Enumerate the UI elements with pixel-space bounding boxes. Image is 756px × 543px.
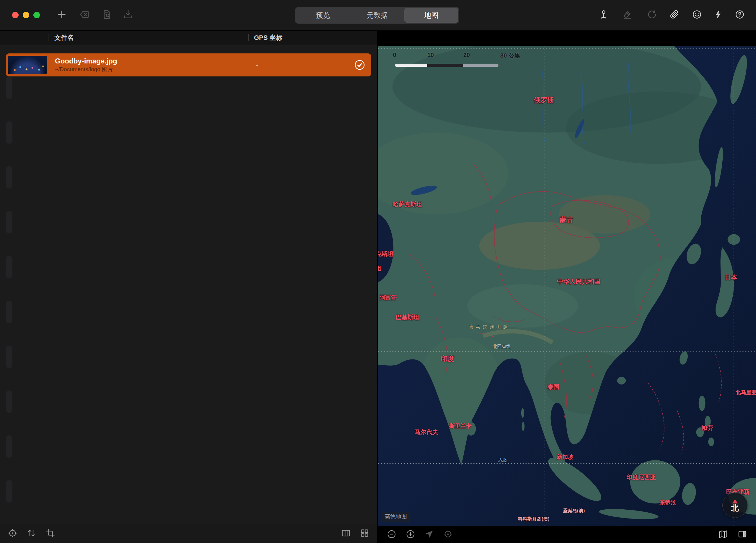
- list-row-empty: [6, 435, 12, 458]
- close-button[interactable]: [12, 12, 19, 18]
- map-label: 赤道: [498, 457, 507, 463]
- list-row-empty: [6, 301, 12, 323]
- view-tabs: 预览 元数据 地图: [295, 7, 459, 24]
- minimize-button[interactable]: [23, 12, 29, 18]
- list-row-empty: [6, 503, 371, 524]
- map-label: 中华人民共和国: [557, 277, 600, 286]
- globe-target-button[interactable]: [441, 528, 454, 541]
- map-label: 印度尼西亚: [626, 473, 656, 481]
- navigate-button[interactable]: [423, 528, 436, 541]
- map-label: 印度: [441, 354, 454, 363]
- column-separator: [375, 34, 375, 41]
- paperclip-icon: [669, 9, 680, 21]
- crop-icon: [45, 528, 55, 539]
- list-header: 文件名 GPS 坐标: [0, 30, 377, 45]
- undo-history-button[interactable]: [645, 8, 659, 22]
- map-icon: [718, 529, 728, 540]
- compass-button[interactable]: 北: [722, 493, 748, 518]
- scale-tick: 30 公里: [500, 52, 520, 60]
- columns-view-button[interactable]: [339, 527, 352, 540]
- eraser-button[interactable]: [620, 8, 634, 22]
- import-button[interactable]: [121, 8, 135, 22]
- column-header-gps[interactable]: GPS 坐标: [254, 30, 283, 45]
- map-label: 哈萨克斯坦: [393, 201, 422, 208]
- list-row-empty: [6, 368, 371, 390]
- backspace-delete-icon: [79, 9, 90, 21]
- file-list-panel: 文件名 GPS 坐标 Goodby-image.jpg ~/Documents/…: [0, 30, 377, 543]
- sort-button[interactable]: [25, 527, 38, 540]
- map-style-button[interactable]: [717, 528, 730, 541]
- map[interactable]: 俄罗斯哈萨克斯坦蒙古乌兹别克斯坦吉尔吉斯斯坦中华人民共和国日本阿富汗巴基斯坦喜马…: [378, 46, 756, 526]
- grid-view-button[interactable]: [358, 527, 371, 540]
- row-spacer: [0, 45, 377, 53]
- zoom-out-button[interactable]: [385, 528, 398, 541]
- map-panel: 俄罗斯哈萨克斯坦蒙古乌兹别克斯坦吉尔吉斯斯坦中华人民共和国日本阿富汗巴基斯坦喜马…: [378, 30, 756, 543]
- help-icon: [734, 9, 745, 21]
- list-row-empty: [6, 76, 12, 99]
- selected-check-icon[interactable]: [354, 59, 365, 71]
- map-label: 东帝汶: [659, 499, 676, 506]
- scale-bar: [395, 64, 498, 67]
- quick-action-button[interactable]: [711, 8, 726, 22]
- location-pin-button[interactable]: [597, 8, 611, 22]
- tab-map-label: 地图: [424, 11, 438, 20]
- document-inspect-icon: [101, 9, 112, 21]
- panel-toggle-button[interactable]: [736, 528, 749, 541]
- undo-history-icon: [647, 9, 657, 21]
- map-label: 俄罗斯: [534, 95, 554, 105]
- zoom-out-icon: [387, 529, 397, 540]
- navigate-arrow-icon: [424, 529, 434, 540]
- smiley-icon: [692, 9, 702, 21]
- remove-button[interactable]: [77, 8, 92, 22]
- list-row-empty: [6, 99, 371, 121]
- compass-north-label: 北: [731, 504, 739, 512]
- list-row-empty: [6, 480, 12, 503]
- list-row-empty: [6, 256, 12, 278]
- list-row-empty: [6, 278, 371, 301]
- zoom-button[interactable]: [33, 12, 40, 18]
- map-label: 北回归线: [493, 344, 511, 349]
- map-label: 科科斯群岛(澳): [518, 516, 550, 522]
- scale-tick: 10: [427, 52, 434, 58]
- tab-metadata[interactable]: 元数据: [350, 8, 404, 23]
- map-label: 蒙古: [560, 215, 573, 224]
- map-labels-layer: 俄罗斯哈萨克斯坦蒙古乌兹别克斯坦吉尔吉斯斯坦中华人民共和国日本阿富汗巴基斯坦喜马…: [378, 46, 756, 526]
- compass-needle-icon: [732, 499, 738, 503]
- list-row-empty: [6, 458, 371, 480]
- crop-button[interactable]: [44, 527, 57, 540]
- help-button[interactable]: [733, 8, 747, 22]
- import-tray-icon: [123, 9, 133, 21]
- sort-arrows-icon: [27, 528, 36, 539]
- attach-button[interactable]: [667, 8, 681, 22]
- gps-target-icon: [8, 528, 17, 539]
- column-header-filename[interactable]: 文件名: [54, 30, 74, 45]
- scale-tick: 20: [463, 52, 470, 58]
- tab-preview[interactable]: 预览: [296, 8, 350, 23]
- add-files-button[interactable]: [55, 8, 69, 22]
- zoom-in-icon: [405, 529, 416, 540]
- titlebar: 预览 元数据 地图: [0, 0, 756, 31]
- gps-target-button[interactable]: [6, 527, 19, 540]
- inspect-file-button[interactable]: [100, 8, 114, 22]
- file-row-selected[interactable]: Goodby-image.jpg ~/Documents/logo 图片 -: [6, 53, 371, 76]
- map-label: 乌兹别克斯坦: [378, 250, 393, 258]
- eraser-icon: [622, 9, 633, 21]
- list-row-empty: [6, 144, 371, 166]
- map-label: 斯里兰卡: [449, 422, 472, 430]
- map-label: 马尔代夫: [415, 428, 438, 436]
- column-separator: [350, 34, 350, 41]
- tab-map[interactable]: 地图: [404, 8, 458, 23]
- column-separator: [248, 34, 249, 41]
- file-name: Goodby-image.jpg: [55, 57, 117, 65]
- map-label: 泰国: [548, 383, 559, 391]
- zoom-in-button[interactable]: [404, 528, 417, 541]
- column-separator: [48, 34, 48, 41]
- list-row-empty: [6, 345, 12, 368]
- list-bottom-toolbar: [0, 524, 377, 543]
- list-row-empty: [6, 211, 12, 234]
- file-thumbnail: [8, 56, 47, 74]
- panel-right-icon: [737, 529, 747, 540]
- map-label: 帕劳: [701, 424, 713, 432]
- map-label: 日本: [725, 273, 737, 281]
- emoji-button[interactable]: [690, 8, 704, 22]
